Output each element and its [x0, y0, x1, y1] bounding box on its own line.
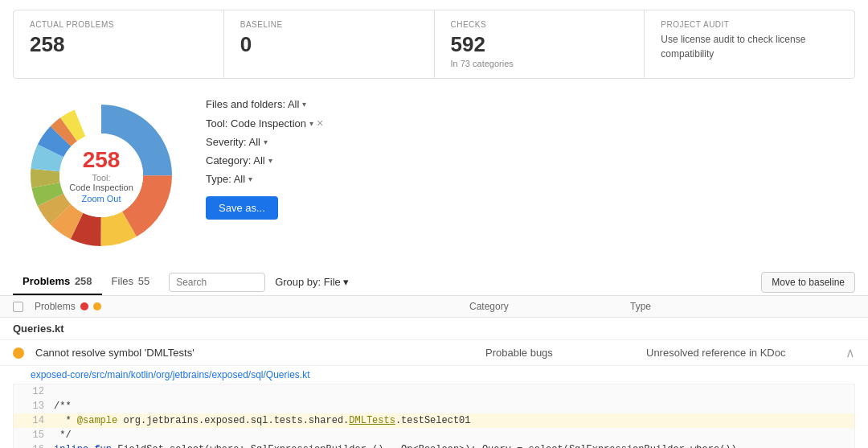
svg-point-13 [15, 350, 22, 356]
severity-dot-red [80, 302, 88, 310]
zoom-out-link[interactable]: Zoom Out [82, 194, 121, 203]
col-type-header: Type [630, 301, 855, 312]
donut-tool-name: Code Inspection [69, 183, 133, 192]
chevron-down-icon: ▾ [268, 156, 272, 165]
problem-description: Cannot resolve symbol 'DMLTests' [13, 347, 485, 359]
checks-label: CHECKS [451, 20, 628, 29]
select-all-checkbox[interactable] [13, 302, 23, 312]
code-line-13: 13 /** [14, 399, 854, 413]
chevron-down-icon: ▾ [248, 175, 252, 183]
stats-bar: ACTUAL PROBLEMS 258 BASELINE 0 CHECKS 59… [13, 10, 855, 79]
code-line-12: 12 [14, 384, 854, 399]
save-as-row: Save as... [206, 191, 855, 220]
chevron-down-icon: ▾ [302, 100, 306, 109]
problem-type-cell: Unresolved reference in KDoc ∧ [646, 345, 855, 360]
checks-stat: CHECKS 592 In 73 categories [435, 10, 645, 78]
col-problems-header: Problems [13, 301, 469, 312]
donut-tool-label: Tool: [69, 173, 133, 183]
checks-value: 592 [451, 32, 628, 57]
warning-icon [13, 347, 24, 359]
code-line-14: 14 * @sample org.jetbrains.exposed.sql.t… [14, 413, 854, 428]
donut-center: 258 Tool: Code Inspection Zoom Out [69, 147, 133, 204]
actual-problems-value: 258 [30, 32, 207, 57]
severity-dot-yellow [93, 302, 101, 310]
actual-problems-stat: ACTUAL PROBLEMS 258 [14, 10, 224, 78]
tool-filter[interactable]: Tool: Code Inspection ▾ [206, 117, 313, 129]
save-as-button[interactable]: Save as... [206, 196, 278, 220]
tool-filter-close-icon[interactable]: × [317, 117, 323, 129]
group-by-dropdown[interactable]: Group by: File ▾ [275, 276, 349, 288]
expand-icon[interactable]: ∧ [845, 345, 855, 360]
col-category-header: Category [469, 301, 630, 312]
filters-panel: Files and folders: All ▾ Tool: Code Insp… [206, 95, 855, 220]
baseline-value: 0 [240, 32, 418, 57]
project-audit-stat: PROJECT AUDIT Use license audit to check… [645, 10, 854, 78]
tab-files[interactable]: Files 55 [102, 269, 160, 295]
filter-tool: Tool: Code Inspection ▾ × [206, 117, 855, 129]
chevron-down-icon: ▾ [343, 276, 349, 288]
filter-severity: Severity: All ▾ [206, 136, 855, 148]
tab-problems[interactable]: Problems 258 [13, 269, 102, 295]
file-group-header: Queries.kt [0, 318, 868, 340]
search-input[interactable] [169, 273, 265, 292]
file-path-link[interactable]: exposed-core/src/main/kotlin/org/jetbrai… [0, 366, 868, 384]
files-folders-filter[interactable]: Files and folders: All ▾ [206, 98, 306, 110]
table-row: Cannot resolve symbol 'DMLTests' Probabl… [0, 340, 868, 366]
severity-filter[interactable]: Severity: All ▾ [206, 136, 268, 148]
donut-chart: 258 Tool: Code Inspection Zoom Out [21, 95, 182, 256]
chevron-down-icon: ▾ [309, 119, 313, 128]
move-to-baseline-button[interactable]: Move to baseline [761, 272, 855, 293]
donut-number: 258 [69, 147, 133, 173]
chevron-down-icon: ▾ [264, 138, 268, 146]
category-filter[interactable]: Category: All ▾ [206, 154, 272, 166]
tabs-bar: Problems 258 Files 55 Group by: File ▾ M… [0, 269, 868, 296]
table-header: Problems Category Type [0, 296, 868, 318]
baseline-stat: BASELINE 0 [224, 10, 435, 78]
actual-problems-label: ACTUAL PROBLEMS [30, 20, 207, 29]
project-audit-desc: Use license audit to check license compa… [661, 32, 838, 61]
chart-container: 258 Tool: Code Inspection Zoom Out [13, 95, 190, 256]
code-block: 12 13 /** 14 * @sample org.jetbrains.exp… [13, 384, 855, 448]
type-filter[interactable]: Type: All ▾ [206, 173, 252, 185]
code-line-15: 15 */ [14, 428, 854, 442]
checks-sub: In 73 categories [451, 59, 628, 68]
baseline-label: BASELINE [240, 20, 418, 29]
filter-type: Type: All ▾ [206, 173, 855, 185]
filter-files: Files and folders: All ▾ [206, 98, 855, 110]
filter-category: Category: All ▾ [206, 154, 855, 166]
project-audit-label: PROJECT AUDIT [661, 20, 838, 29]
code-line-16: 16 inline fun FieldSet.select(where: Sql… [14, 442, 854, 448]
main-content: 258 Tool: Code Inspection Zoom Out Files… [0, 88, 868, 262]
